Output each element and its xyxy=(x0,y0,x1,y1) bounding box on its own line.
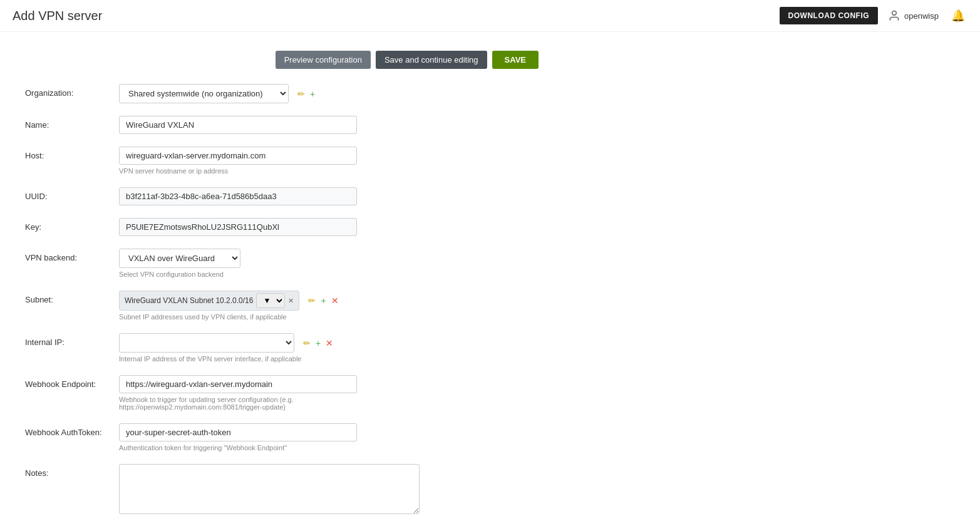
uuid-row: UUID: xyxy=(25,187,539,205)
toolbar-row: Preview configuration Save and continue … xyxy=(25,51,539,69)
webhook-authtoken-hint: Authentication token for triggering "Web… xyxy=(119,444,432,451)
internal-ip-hint: Internal IP address of the VPN server in… xyxy=(119,355,432,363)
subnet-tag-remove-icon[interactable]: ✕ xyxy=(288,297,294,305)
name-input[interactable] xyxy=(119,116,357,134)
top-bar-left: Add VPN server xyxy=(13,9,102,23)
preview-configuration-button[interactable]: Preview configuration xyxy=(276,51,371,69)
host-row: Host: VPN server hostname or ip address xyxy=(25,147,539,175)
subnet-tag-text: WireGuard VXLAN Subnet 10.2.0.0/16 xyxy=(125,296,253,305)
subnet-edit-icon[interactable]: ✏ xyxy=(307,294,317,307)
webhook-endpoint-row: Webhook Endpoint: Webhook to trigger for… xyxy=(25,375,539,411)
internal-ip-actions: ✏ + ✕ xyxy=(302,337,334,349)
organization-select[interactable]: Shared systemwide (no organization) xyxy=(119,84,289,103)
webhook-endpoint-label: Webhook Endpoint: xyxy=(25,375,106,389)
vpn-backend-hint: Select VPN configuration backend xyxy=(119,271,432,278)
vpn-backend-field: VXLAN over WireGuard Select VPN configur… xyxy=(119,249,432,278)
subnet-add-icon[interactable]: + xyxy=(319,294,327,307)
notes-row: Notes: xyxy=(25,464,539,516)
internal-ip-select[interactable] xyxy=(119,333,294,353)
subnet-dropdown[interactable]: ▼ xyxy=(256,293,285,308)
webhook-authtoken-label: Webhook AuthToken: xyxy=(25,423,106,437)
organization-add-icon[interactable]: + xyxy=(309,88,316,100)
subnet-actions: ✏ + ✕ xyxy=(307,294,339,307)
notes-textarea[interactable] xyxy=(119,464,420,514)
uuid-field xyxy=(119,187,432,205)
webhook-authtoken-row: Webhook AuthToken: Authentication token … xyxy=(25,423,539,451)
internal-ip-controls: ✏ + ✕ xyxy=(119,333,432,353)
user-area[interactable]: openwisp xyxy=(883,7,944,24)
organization-actions: ✏ + xyxy=(296,88,316,100)
uuid-input[interactable] xyxy=(119,187,357,205)
uuid-label: UUID: xyxy=(25,187,106,201)
host-field: VPN server hostname or ip address xyxy=(119,147,432,175)
subnet-label: Subnet: xyxy=(25,291,106,304)
subnet-row: Subnet: WireGuard VXLAN Subnet 10.2.0.0/… xyxy=(25,291,539,321)
subnet-field: WireGuard VXLAN Subnet 10.2.0.0/16 ▼ ✕ ✏… xyxy=(119,291,432,321)
key-field xyxy=(119,218,432,236)
webhook-endpoint-field: Webhook to trigger for updating server c… xyxy=(119,375,432,411)
internal-ip-remove-icon[interactable]: ✕ xyxy=(324,337,334,349)
webhook-authtoken-field: Authentication token for triggering "Web… xyxy=(119,423,432,451)
vpn-backend-row: VPN backend: VXLAN over WireGuard Select… xyxy=(25,249,539,278)
webhook-endpoint-input[interactable] xyxy=(119,375,357,393)
internal-ip-field: ✏ + ✕ Internal IP address of the VPN ser… xyxy=(119,333,432,363)
internal-ip-row: Internal IP: ✏ + ✕ Internal IP address o… xyxy=(25,333,539,363)
top-bar: Add VPN server DOWNLOAD CONFIG openwisp … xyxy=(0,0,980,32)
webhook-endpoint-hint: Webhook to trigger for updating server c… xyxy=(119,396,432,411)
user-icon xyxy=(888,9,900,22)
name-field xyxy=(119,116,432,134)
save-button[interactable]: SAVE xyxy=(492,51,539,69)
main-content: Preview configuration Save and continue … xyxy=(0,32,564,526)
host-input[interactable] xyxy=(119,147,357,165)
page-title: Add VPN server xyxy=(13,9,102,23)
download-config-button[interactable]: DOWNLOAD CONFIG xyxy=(780,7,879,24)
top-bar-right: DOWNLOAD CONFIG openwisp 🔔 xyxy=(780,6,967,25)
name-row: Name: xyxy=(25,116,539,134)
subnet-hint: Subnet IP addresses used by VPN clients,… xyxy=(119,313,432,321)
organization-edit-icon[interactable]: ✏ xyxy=(296,88,306,100)
svg-point-0 xyxy=(892,11,897,16)
user-name: openwisp xyxy=(904,11,939,21)
host-label: Host: xyxy=(25,147,106,160)
notes-field xyxy=(119,464,432,516)
subnet-remove-icon[interactable]: ✕ xyxy=(330,294,340,307)
organization-field: Shared systemwide (no organization) ✏ + xyxy=(119,84,432,103)
organization-label: Organization: xyxy=(25,84,106,98)
key-label: Key: xyxy=(25,218,106,232)
name-label: Name: xyxy=(25,116,106,130)
internal-ip-edit-icon[interactable]: ✏ xyxy=(302,337,312,349)
internal-ip-add-icon[interactable]: + xyxy=(314,337,322,349)
vpn-backend-label: VPN backend: xyxy=(25,249,106,262)
notification-icon[interactable]: 🔔 xyxy=(949,6,967,25)
save-continue-editing-button[interactable]: Save and continue editing xyxy=(376,51,487,69)
organization-row: Organization: Shared systemwide (no orga… xyxy=(25,84,539,103)
subnet-tag-row: WireGuard VXLAN Subnet 10.2.0.0/16 ▼ ✕ ✏… xyxy=(119,291,432,311)
host-hint: VPN server hostname or ip address xyxy=(119,167,432,175)
key-input[interactable] xyxy=(119,218,357,236)
key-row: Key: xyxy=(25,218,539,236)
vpn-backend-select[interactable]: VXLAN over WireGuard xyxy=(119,249,240,268)
internal-ip-label: Internal IP: xyxy=(25,333,106,347)
webhook-authtoken-input[interactable] xyxy=(119,423,357,441)
subnet-tag: WireGuard VXLAN Subnet 10.2.0.0/16 ▼ ✕ xyxy=(119,291,299,311)
notes-label: Notes: xyxy=(25,464,106,478)
